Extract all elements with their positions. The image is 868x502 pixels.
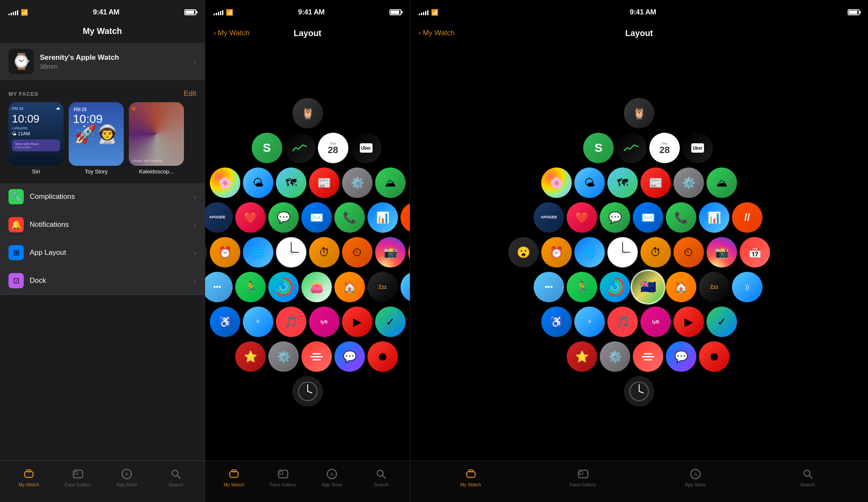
app-mountain-2[interactable]: ⛰ [375, 167, 406, 198]
app-music-2[interactable]: 🎵 [276, 307, 306, 337]
app-autosleep-3[interactable]: Zzz [699, 272, 729, 302]
menu-app-layout[interactable]: ⊞ App Layout › [0, 239, 205, 267]
app-strava-2[interactable]: // [401, 202, 410, 233]
app-alarm-2[interactable]: ⏰ [210, 237, 240, 268]
app-grid-2[interactable]: 🦉 S Thu 28 Uber 🌸 [205, 44, 410, 460]
app-record-3[interactable]: ⏺ [699, 341, 729, 372]
tab-app-store-2[interactable]: A App Store [317, 468, 347, 487]
app-uber-2[interactable]: Uber [351, 133, 381, 163]
app-heart-3[interactable]: ❤️ [567, 202, 597, 233]
app-lyft-2[interactable]: lyft [309, 307, 339, 337]
app-activity-2[interactable]: 🏃 [235, 272, 266, 302]
app-owl-3[interactable]: 🦉 [624, 98, 654, 128]
back-button-2[interactable]: ‹ My Watch [214, 29, 250, 37]
app-wallet-2[interactable]: 👛 [301, 272, 332, 302]
app-owl-2[interactable]: 🦉 [292, 98, 323, 128]
app-timer2-2[interactable]: ⏲ [342, 237, 373, 268]
app-stocks-2[interactable] [285, 133, 315, 163]
app-settings-3[interactable]: ⚙️ [673, 167, 704, 198]
tab-my-watch-2[interactable]: My Watch [219, 468, 249, 487]
app-bp-3[interactable]: Ü [574, 307, 605, 337]
app-messenger-2[interactable]: 💬 [334, 341, 365, 372]
app-instagram-2[interactable]: 📸 [375, 237, 406, 268]
app-yelp-2[interactable]: ⭐ [235, 341, 266, 372]
app-settings-2[interactable]: ⚙️ [342, 167, 373, 198]
app-messages-3[interactable]: 💬 [600, 202, 630, 233]
app-mail-3[interactable]: ✉️ [633, 202, 663, 233]
tab-my-watch-1[interactable]: My Watch [14, 468, 44, 487]
app-access-2[interactable]: ♿ [210, 307, 240, 337]
app-weather-2[interactable]: 🌤 [243, 167, 273, 198]
menu-dock[interactable]: ⊡ Dock › [0, 267, 205, 295]
app-clock-3[interactable]: 🕐 [607, 237, 638, 268]
app-home-2[interactable]: 🏠 [334, 272, 365, 302]
app-worldclock-3[interactable] [624, 376, 654, 407]
app-access-3[interactable]: ♿ [541, 307, 572, 337]
app-s-3[interactable]: S [583, 133, 614, 163]
app-uber-3[interactable]: Uber [682, 133, 713, 163]
app-clock-2[interactable]: 🕐 [276, 237, 306, 268]
menu-complications[interactable]: 🔧 Complications › [0, 183, 205, 211]
app-worldclock-2[interactable] [292, 376, 323, 407]
tab-search-3[interactable]: Search [793, 468, 823, 487]
app-keynote-2[interactable]: 📊 [367, 202, 398, 233]
app-strava-3[interactable]: // [732, 202, 762, 233]
app-weather-3[interactable]: 🌤 [574, 167, 605, 198]
app-music-3[interactable]: 🎵 [607, 307, 638, 337]
app-fitness-2[interactable] [268, 272, 299, 302]
menu-notifications[interactable]: 🔔 Notifications › [0, 211, 205, 239]
app-fitness-3[interactable] [600, 272, 630, 302]
app-instagram-3[interactable]: 📸 [707, 237, 737, 268]
app-apogee-2[interactable]: APOGEE [205, 202, 233, 233]
tab-face-gallery-2[interactable]: Face Gallery [268, 468, 298, 487]
app-cal-3[interactable]: Thu 28 [649, 133, 680, 163]
app-calendar-2[interactable]: 📅 [408, 237, 410, 268]
app-home-3[interactable]: 🏠 [666, 272, 696, 302]
app-calendar-3[interactable]: 📅 [740, 237, 770, 268]
app-swipe-2[interactable] [301, 341, 332, 372]
app-todo-3[interactable]: ✓ [707, 307, 737, 337]
tab-my-watch-3[interactable]: My Watch [456, 468, 486, 487]
app-record-2[interactable]: ⏺ [367, 341, 398, 372]
app-globe-3[interactable]: 🌐 [574, 237, 605, 268]
app-todo-2[interactable]: ✓ [375, 307, 406, 337]
app-bp-2[interactable]: Ü [243, 307, 273, 337]
app-taptic-2[interactable]: )) [401, 272, 410, 302]
app-photos-2[interactable]: 🌸 [210, 167, 240, 198]
face-kaleidoscope[interactable]: FRIDAY, SEPTEMBER Ü Kaleidoscop... [129, 102, 184, 175]
tab-search-1[interactable]: Search [161, 468, 191, 487]
tab-app-store-1[interactable]: A App Store [112, 468, 142, 487]
app-timer2-3[interactable]: ⏲ [673, 237, 704, 268]
app-lyft-3[interactable]: lyft [640, 307, 671, 337]
app-swipe-3[interactable] [633, 341, 663, 372]
app-heart-2[interactable]: ❤️ [235, 202, 266, 233]
app-grid-3[interactable]: 🦉 S Thu 28 Uber 🌸 [410, 44, 868, 460]
app-activity-3[interactable]: 🏃 [567, 272, 597, 302]
app-maps-3[interactable]: 🗺 [607, 167, 638, 198]
app-photos-3[interactable]: 🌸 [541, 167, 572, 198]
app-wallet-dragging-3[interactable]: 🇳🇿 [631, 270, 666, 305]
app-alarm-3[interactable]: ⏰ [541, 237, 572, 268]
app-messenger-3[interactable]: 💬 [666, 341, 696, 372]
face-siri[interactable]: FRI 23 ☁️ 10:09 Lafayette 🌤 11AM Meet wi… [8, 102, 64, 175]
app-owlet-2[interactable]: 😮 [205, 237, 207, 268]
app-mail-2[interactable]: ✉️ [301, 202, 332, 233]
app-mountain-3[interactable]: ⛰ [707, 167, 737, 198]
app-play-2[interactable]: ▶ [342, 307, 373, 337]
app-apogee-3[interactable]: APOGEE [534, 202, 564, 233]
app-autosleep-2[interactable]: Zzz [367, 272, 398, 302]
watch-device-row[interactable]: ⌚ Serenity's Apple Watch 38mm › [0, 43, 205, 80]
app-owlet-3[interactable]: 😮 [508, 237, 539, 268]
edit-button[interactable]: Edit [184, 89, 196, 98]
tab-app-store-3[interactable]: A App Store [681, 468, 710, 487]
app-stocks-3[interactable] [616, 133, 647, 163]
app-dot-2[interactable]: ••• [205, 272, 233, 302]
app-taptic-3[interactable]: )) [732, 272, 762, 302]
tab-face-gallery-3[interactable]: Face Gallery [568, 468, 598, 487]
faces-scroll[interactable]: FRI 23 ☁️ 10:09 Lafayette 🌤 11AM Meet wi… [0, 102, 205, 183]
app-play-3[interactable]: ▶ [673, 307, 704, 337]
app-messages-2[interactable]: 💬 [268, 202, 299, 233]
tab-search-2[interactable]: Search [366, 468, 396, 487]
app-s-2[interactable]: S [252, 133, 282, 163]
back-button-3[interactable]: ‹ My Watch [419, 29, 455, 37]
